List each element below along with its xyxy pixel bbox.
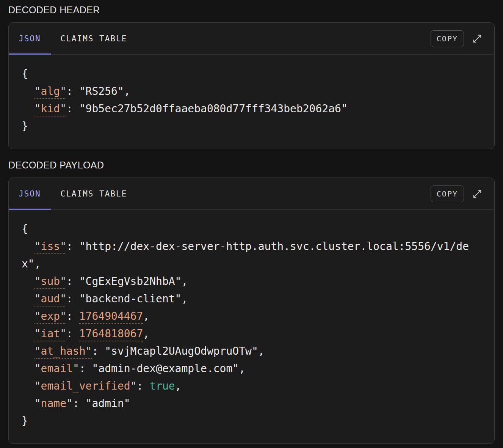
quote: " bbox=[341, 102, 348, 115]
value-text: http://dex-dex-server-http.auth.svc.clus… bbox=[22, 240, 469, 270]
colon: : bbox=[66, 85, 79, 97]
quote: " bbox=[34, 102, 41, 115]
json-key: "email_verified" bbox=[34, 380, 137, 392]
header-json-content: { "alg": "RS256", "kid": "9b5ec27b52d0ff… bbox=[9, 55, 494, 149]
quote: " bbox=[175, 275, 182, 288]
json-line: "sub": "CgExEgVsb2NhbA", bbox=[22, 273, 479, 290]
json-line: } bbox=[22, 412, 479, 430]
quote: " bbox=[34, 85, 41, 97]
quote: " bbox=[79, 240, 86, 253]
quote: " bbox=[34, 240, 41, 253]
json-value: 1764818067 bbox=[79, 327, 143, 341]
header-panel-toolbar: JSON CLAIMS TABLE COPY bbox=[9, 23, 494, 55]
json-key: "iss" bbox=[34, 240, 66, 254]
colon: : bbox=[66, 327, 79, 340]
close-brace: } bbox=[22, 415, 28, 427]
payload-tab-claims-table[interactable]: CLAIMS TABLE bbox=[51, 178, 137, 209]
comma: , bbox=[181, 292, 188, 305]
close-brace: } bbox=[22, 120, 28, 132]
payload-tab-json[interactable]: JSON bbox=[9, 178, 51, 209]
open-brace: { bbox=[22, 68, 28, 80]
json-value: "admin" bbox=[86, 397, 130, 410]
comma: , bbox=[34, 258, 41, 270]
key-text: email bbox=[41, 362, 73, 375]
json-line: "alg": "RS256", bbox=[22, 83, 479, 100]
quote: " bbox=[232, 362, 239, 375]
quote: " bbox=[34, 380, 41, 392]
json-value: "admin-dex@example.com" bbox=[92, 362, 239, 375]
quote: " bbox=[130, 380, 137, 392]
json-key: "email" bbox=[34, 362, 79, 375]
colon: : bbox=[66, 310, 79, 322]
comma: , bbox=[258, 345, 265, 357]
quote: " bbox=[79, 275, 86, 288]
decoded-payload-panel: JSON CLAIMS TABLE COPY { "iss": "http://… bbox=[8, 178, 495, 444]
json-key: "exp" bbox=[34, 310, 66, 324]
quote: " bbox=[60, 102, 66, 115]
comma: , bbox=[143, 310, 149, 322]
header-copy-button[interactable]: COPY bbox=[431, 30, 464, 47]
indent bbox=[22, 310, 34, 322]
quote: " bbox=[34, 327, 41, 340]
decoded-header-panel: JSON CLAIMS TABLE COPY { "alg": "RS256",… bbox=[8, 22, 495, 149]
quote: " bbox=[73, 362, 79, 375]
decoded-payload-section: DECODED PAYLOAD JSON CLAIMS TABLE COPY {… bbox=[8, 160, 495, 444]
json-value: true bbox=[149, 380, 175, 392]
json-value: "http://dex-dex-server-http.auth.svc.clu… bbox=[22, 240, 469, 270]
payload-json-content: { "iss": "http://dex-dex-server-http.aut… bbox=[9, 210, 494, 443]
quote: " bbox=[175, 292, 182, 305]
key-text: kid bbox=[41, 102, 60, 115]
indent bbox=[22, 240, 34, 253]
quote: " bbox=[34, 397, 41, 410]
json-key: "kid" bbox=[34, 102, 66, 116]
expand-icon bbox=[472, 34, 482, 44]
payload-panel-toolbar: JSON CLAIMS TABLE COPY bbox=[9, 178, 494, 210]
quote: " bbox=[34, 345, 41, 357]
key-text: sub bbox=[41, 275, 60, 288]
decoded-header-section: DECODED HEADER JSON CLAIMS TABLE COPY { … bbox=[8, 5, 495, 149]
header-tab-json[interactable]: JSON bbox=[9, 23, 51, 54]
json-line: "email_verified": true, bbox=[22, 377, 479, 395]
json-line: } bbox=[22, 118, 479, 135]
colon: : bbox=[136, 380, 149, 392]
quote: " bbox=[66, 397, 73, 410]
quote: " bbox=[60, 85, 66, 97]
json-line: "at_hash": "svjMcapl2UAugOdwpruOTw", bbox=[22, 343, 479, 360]
quote: " bbox=[34, 310, 41, 322]
json-line: "email": "admin-dex@example.com", bbox=[22, 360, 479, 377]
header-expand-button[interactable] bbox=[471, 32, 484, 45]
colon: : bbox=[66, 240, 79, 253]
comma: , bbox=[181, 275, 188, 288]
key-text: exp bbox=[41, 310, 60, 322]
quote: " bbox=[86, 345, 92, 357]
payload-copy-button[interactable]: COPY bbox=[431, 185, 464, 202]
indent bbox=[22, 275, 34, 288]
quote: " bbox=[60, 327, 66, 340]
quote: " bbox=[252, 345, 258, 357]
quote: " bbox=[34, 292, 41, 305]
json-key: "aud" bbox=[34, 292, 66, 307]
header-tab-claims-table[interactable]: CLAIMS TABLE bbox=[51, 23, 137, 54]
key-text: email_verified bbox=[41, 380, 130, 392]
value-text: admin bbox=[92, 397, 124, 410]
indent bbox=[22, 362, 34, 375]
payload-expand-button[interactable] bbox=[471, 187, 484, 200]
quote: " bbox=[28, 258, 34, 270]
colon: : bbox=[66, 102, 79, 115]
key-text: iss bbox=[41, 240, 60, 253]
json-value: "svjMcapl2UAugOdwpruOTw" bbox=[105, 345, 258, 357]
decoded-payload-title: DECODED PAYLOAD bbox=[8, 160, 495, 171]
json-line: { bbox=[22, 220, 479, 238]
value-text: backend-client bbox=[86, 292, 175, 305]
json-key: "iat" bbox=[34, 327, 66, 341]
json-line: { bbox=[22, 65, 479, 83]
quote: " bbox=[60, 240, 66, 253]
key-text: alg bbox=[41, 85, 60, 97]
key-text: iat bbox=[41, 327, 60, 340]
colon: : bbox=[92, 345, 105, 357]
json-line: "iat": 1764818067, bbox=[22, 325, 479, 343]
quote: " bbox=[105, 345, 111, 357]
key-text: aud bbox=[41, 292, 60, 305]
json-key: "name" bbox=[34, 397, 73, 410]
decoded-header-title: DECODED HEADER bbox=[8, 5, 495, 16]
